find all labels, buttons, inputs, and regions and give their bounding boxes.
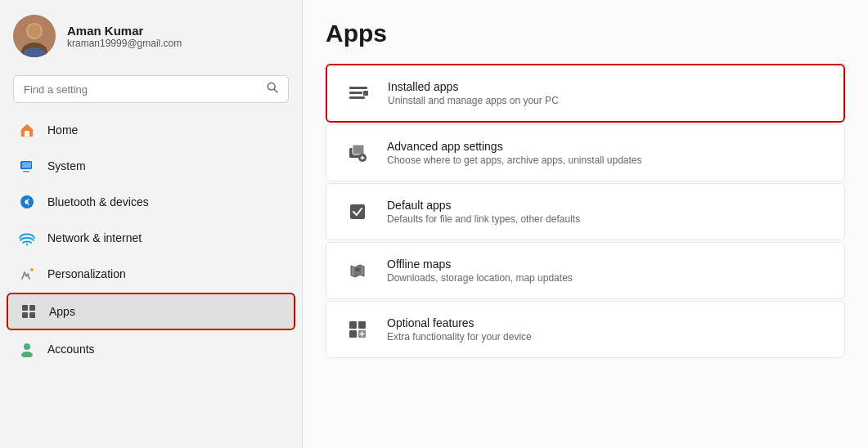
home-icon — [18, 121, 36, 139]
sidebar-item-bluetooth-label: Bluetooth & devices — [47, 195, 149, 208]
search-input[interactable] — [24, 83, 260, 96]
svg-rect-22 — [349, 96, 365, 99]
svg-rect-20 — [349, 87, 367, 89]
settings-item-advanced-app-settings[interactable]: Advanced app settings Choose where to ge… — [326, 124, 845, 181]
svg-rect-17 — [29, 312, 35, 318]
offline-maps-text: Offline maps Downloads, storage location… — [387, 258, 573, 284]
optional-features-desc: Extra functionality for your device — [387, 331, 532, 343]
svg-rect-29 — [349, 321, 357, 329]
svg-point-13 — [30, 268, 34, 271]
sidebar-item-system-label: System — [47, 159, 86, 172]
svg-rect-27 — [350, 204, 365, 219]
sidebar-item-personalization-label: Personalization — [47, 267, 126, 280]
svg-rect-21 — [349, 92, 362, 94]
svg-point-19 — [21, 352, 33, 357]
sidebar-item-accounts[interactable]: Accounts — [7, 332, 295, 366]
installed-apps-title: Installed apps — [388, 80, 559, 93]
system-icon — [18, 157, 36, 175]
settings-item-optional-features[interactable]: Optional features Extra functionality fo… — [326, 301, 845, 358]
settings-item-default-apps[interactable]: Default apps Defaults for file and link … — [326, 183, 845, 240]
offline-maps-title: Offline maps — [387, 258, 573, 271]
personalization-icon — [18, 265, 36, 283]
default-apps-icon — [343, 197, 372, 226]
advanced-app-settings-desc: Choose where to get apps, archive apps, … — [387, 155, 642, 166]
optional-features-text: Optional features Extra functionality fo… — [387, 316, 532, 343]
default-apps-text: Default apps Defaults for file and link … — [387, 199, 580, 225]
optional-features-icon — [343, 315, 372, 344]
sidebar-item-home[interactable]: Home — [7, 113, 295, 147]
apps-icon — [20, 302, 38, 320]
installed-apps-desc: Uninstall and manage apps on your PC — [388, 95, 559, 106]
sidebar-item-bluetooth[interactable]: Bluetooth & devices — [7, 185, 295, 219]
settings-list: Installed apps Uninstall and manage apps… — [326, 64, 845, 358]
avatar — [13, 15, 56, 57]
svg-rect-10 — [22, 163, 31, 168]
main-content: Apps Installed apps Uninstall and manage… — [303, 0, 868, 448]
svg-rect-30 — [358, 321, 366, 329]
svg-rect-14 — [22, 305, 28, 311]
nav-list: Home System Bluetooth & d — [0, 113, 302, 448]
svg-rect-16 — [22, 312, 28, 318]
sidebar-item-network-label: Network & internet — [47, 231, 142, 244]
profile-section: Aman Kumar kraman19999@gmail.com — [0, 0, 302, 72]
installed-apps-icon — [344, 78, 373, 108]
offline-maps-icon — [343, 256, 372, 285]
svg-rect-25 — [353, 145, 364, 155]
sidebar-item-personalization[interactable]: Personalization — [7, 257, 295, 291]
svg-rect-31 — [349, 330, 357, 338]
default-apps-title: Default apps — [387, 199, 580, 212]
svg-rect-9 — [23, 171, 29, 172]
svg-rect-23 — [363, 91, 368, 96]
sidebar-item-home-label: Home — [47, 123, 78, 137]
svg-point-18 — [24, 343, 30, 350]
accounts-icon — [18, 340, 36, 358]
sidebar-item-system[interactable]: System — [7, 149, 295, 183]
svg-point-3 — [28, 25, 41, 38]
installed-apps-text: Installed apps Uninstall and manage apps… — [388, 80, 559, 106]
search-icon — [267, 82, 278, 96]
profile-info: Aman Kumar kraman19999@gmail.com — [67, 24, 182, 49]
profile-name: Aman Kumar — [67, 24, 182, 38]
optional-features-title: Optional features — [387, 316, 532, 329]
sidebar-item-network[interactable]: Network & internet — [7, 221, 295, 255]
advanced-app-settings-title: Advanced app settings — [387, 140, 642, 153]
svg-rect-7 — [25, 131, 29, 137]
sidebar-item-apps-label: Apps — [49, 305, 75, 318]
advanced-app-settings-text: Advanced app settings Choose where to ge… — [387, 140, 642, 166]
offline-maps-desc: Downloads, storage location, map updates — [387, 272, 573, 284]
search-box[interactable] — [13, 75, 289, 103]
settings-item-installed-apps[interactable]: Installed apps Uninstall and manage apps… — [326, 64, 845, 123]
network-icon — [18, 229, 36, 247]
sidebar: Aman Kumar kraman19999@gmail.com Home — [0, 0, 303, 448]
sidebar-item-apps[interactable]: Apps — [7, 293, 295, 330]
default-apps-desc: Defaults for file and link types, other … — [387, 213, 580, 225]
svg-rect-15 — [29, 305, 35, 311]
bluetooth-icon — [18, 193, 36, 211]
svg-point-12 — [26, 244, 28, 245]
sidebar-item-accounts-label: Accounts — [47, 343, 95, 356]
settings-item-offline-maps[interactable]: Offline maps Downloads, storage location… — [326, 242, 845, 299]
profile-email: kraman19999@gmail.com — [67, 38, 182, 49]
advanced-app-settings-icon — [343, 138, 372, 168]
svg-line-6 — [274, 89, 277, 92]
page-title: Apps — [326, 20, 845, 47]
